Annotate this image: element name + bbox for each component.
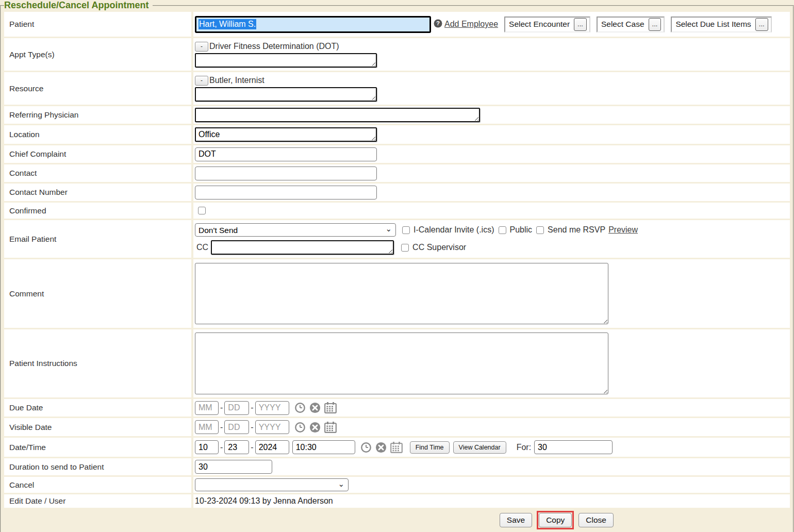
email-send-select[interactable]: Don't Send	[195, 223, 396, 237]
location-value-cell: Office	[193, 125, 790, 144]
chief-complaint-input[interactable]	[195, 147, 377, 161]
due-date-month-input[interactable]	[195, 401, 219, 415]
help-icon[interactable]: ?	[434, 19, 442, 30]
contact-label: Contact	[4, 164, 191, 182]
patient-instructions-value-cell	[193, 329, 790, 397]
visible-date-year-input[interactable]	[255, 420, 289, 434]
comment-value-cell	[193, 259, 790, 328]
email-patient-label: Email Patient	[4, 220, 191, 258]
close-button[interactable]: Close	[578, 513, 614, 527]
send-me-rsvp-checkbox[interactable]	[536, 226, 544, 234]
select-due-list-group: Select Due List Items ...	[671, 16, 771, 32]
comment-textarea[interactable]	[195, 263, 608, 324]
select-due-list-button[interactable]: ...	[755, 18, 768, 31]
appointment-form: Reschedule/Cancel Appointment Patient Ha…	[0, 0, 794, 532]
date-time-day-input[interactable]	[224, 440, 249, 454]
edit-date-row: Edit Date / User 10-23-2024 09:13 by Jen…	[4, 494, 790, 508]
contact-row: Contact	[4, 164, 790, 182]
date-time-value-cell: - - Find Time View Calendar For:	[193, 438, 790, 457]
add-employee-link[interactable]: Add Employee	[444, 20, 498, 29]
select-case-button[interactable]: ...	[649, 18, 661, 31]
contact-number-input[interactable]	[195, 186, 377, 200]
date-time-month-input[interactable]	[195, 440, 219, 454]
resize-grip-icon[interactable]	[602, 388, 607, 393]
patient-value-cell: Hart, William S. ? Add Employee Select E…	[193, 12, 790, 37]
patient-instructions-textarea[interactable]	[195, 332, 608, 394]
contact-value-cell	[193, 164, 790, 182]
copy-button[interactable]: Copy	[539, 513, 572, 527]
resize-grip-icon[interactable]	[473, 115, 478, 121]
find-time-button[interactable]: Find Time	[410, 441, 450, 454]
resize-grip-icon[interactable]	[370, 61, 375, 66]
due-date-year-input[interactable]	[255, 401, 289, 415]
contact-input[interactable]	[195, 167, 377, 180]
save-button[interactable]: Save	[500, 513, 532, 527]
resource-row: Resource - Butler, Internist	[4, 72, 790, 105]
visible-date-month-input[interactable]	[195, 420, 219, 434]
cc-supervisor-checkbox[interactable]	[401, 244, 409, 252]
date-time-year-input[interactable]	[255, 440, 289, 454]
referring-physician-row: Referring Physician	[4, 106, 790, 124]
location-row: Location Office	[4, 125, 790, 144]
icalendar-invite-checkbox[interactable]	[402, 226, 410, 234]
due-date-row: Due Date - -	[4, 399, 790, 417]
cc-label: CC	[196, 243, 208, 252]
cancel-label: Cancel	[4, 477, 191, 493]
public-checkbox[interactable]	[499, 226, 506, 234]
due-date-clock-icon[interactable]	[294, 402, 306, 413]
appt-type-input[interactable]	[195, 53, 377, 68]
cancel-row: Cancel	[4, 477, 790, 493]
resize-grip-icon[interactable]	[370, 135, 375, 140]
remove-appt-type-button[interactable]: -	[195, 42, 208, 52]
confirmed-checkbox[interactable]	[198, 207, 206, 214]
referring-physician-input[interactable]	[195, 108, 480, 122]
appt-type-label: Appt Type(s)	[4, 38, 191, 71]
view-calendar-button[interactable]: View Calendar	[453, 441, 506, 454]
edit-date-value-cell: 10-23-2024 09:13 by Jenna Anderson	[193, 494, 790, 508]
visible-date-label: Visible Date	[4, 418, 191, 436]
contact-number-label: Contact Number	[4, 184, 191, 201]
for-duration-input[interactable]	[534, 440, 613, 454]
patient-instructions-label: Patient Instructions	[4, 329, 191, 397]
patient-instructions-row: Patient Instructions	[4, 329, 790, 397]
chief-complaint-row: Chief Complaint	[4, 145, 790, 163]
resource-value-cell: - Butler, Internist	[193, 72, 790, 105]
date-time-clock-icon[interactable]	[360, 442, 372, 453]
select-encounter-group: Select Encounter ...	[504, 16, 590, 32]
resize-grip-icon[interactable]	[602, 318, 607, 323]
date-time-row: Date/Time - - Find Time View Calendar Fo…	[4, 438, 790, 457]
duration-input[interactable]	[195, 460, 272, 474]
chief-complaint-label: Chief Complaint	[4, 145, 191, 163]
appt-type-row: Appt Type(s) - Driver Fitness Determinat…	[4, 38, 790, 71]
cc-input[interactable]	[211, 240, 394, 255]
due-date-calendar-icon[interactable]	[324, 402, 337, 413]
visible-date-clear-icon[interactable]	[309, 422, 321, 433]
date-time-clear-icon[interactable]	[375, 442, 387, 453]
date-time-time-input[interactable]	[292, 440, 355, 454]
select-encounter-button[interactable]: ...	[574, 18, 587, 31]
resource-input[interactable]	[195, 87, 377, 102]
patient-input[interactable]: Hart, William S.	[195, 16, 431, 33]
location-input[interactable]: Office	[195, 127, 377, 142]
icalendar-invite-label: I-Calendar Invite (.ics)	[413, 225, 494, 235]
visible-date-calendar-icon[interactable]	[324, 422, 337, 433]
cancel-reason-select[interactable]	[195, 478, 349, 491]
remove-resource-button[interactable]: -	[195, 76, 208, 86]
visible-date-clock-icon[interactable]	[294, 422, 306, 433]
patient-input-selected-text: Hart, William S.	[198, 19, 256, 29]
visible-date-day-input[interactable]	[224, 420, 249, 434]
due-date-day-input[interactable]	[224, 401, 249, 415]
select-case-label: Select Case	[601, 20, 644, 29]
resize-grip-icon[interactable]	[370, 95, 375, 100]
preview-link[interactable]: Preview	[608, 225, 638, 235]
due-date-clear-icon[interactable]	[309, 402, 321, 413]
date-time-calendar-icon[interactable]	[390, 442, 403, 453]
edit-date-label: Edit Date / User	[4, 494, 191, 508]
confirmed-label: Confirmed	[4, 203, 191, 219]
resize-grip-icon[interactable]	[387, 248, 392, 253]
duration-value-cell	[193, 458, 790, 475]
location-label: Location	[4, 125, 191, 144]
email-patient-value-cell: Don't Send I-Calendar Invite (.ics) Publ…	[193, 220, 790, 258]
duration-row: Duration to send to Patient	[4, 458, 790, 475]
referring-physician-label: Referring Physician	[4, 106, 191, 124]
